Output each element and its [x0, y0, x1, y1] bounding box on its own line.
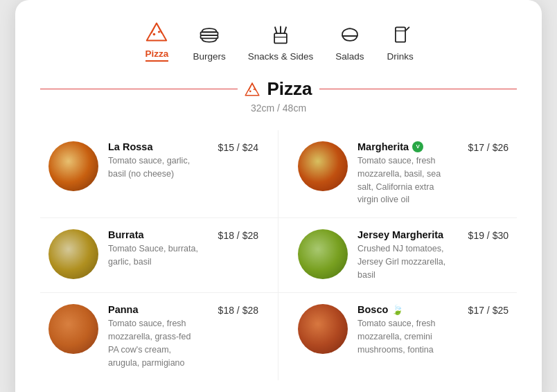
- pizza-image-bosco: [298, 304, 348, 354]
- menu-card: Pizza Burgers: [15, 0, 542, 392]
- nav-snacks[interactable]: Snacks & Sides: [248, 22, 314, 62]
- item-price-margherita: $17 / $26: [468, 141, 509, 153]
- item-name-jersey: Jersey Margherita: [357, 229, 453, 240]
- item-price-la-rossa: $15 / $24: [218, 141, 258, 153]
- pizza-icon: [143, 19, 170, 44]
- section-title: Pizza: [267, 78, 312, 100]
- nav-burgers-label: Burgers: [193, 51, 225, 62]
- nav-salads-label: Salads: [335, 51, 364, 62]
- menu-item-margherita: Margherita V Tomato sauce, fresh mozzare…: [278, 130, 517, 218]
- item-info-margherita: Margherita V Tomato sauce, fresh mozzare…: [357, 141, 453, 206]
- svg-line-10: [284, 27, 286, 33]
- pizza-image-jersey: [298, 229, 348, 279]
- item-info-panna: Panna Tomato sauce, fresh mozzarella, gr…: [108, 304, 203, 369]
- fries-icon: [267, 22, 294, 47]
- pizza-image-panna: [48, 304, 98, 354]
- item-desc-jersey: Crushed NJ tomatoes, Jersey Girl mozzare…: [357, 242, 453, 281]
- nav-drinks[interactable]: Drinks: [387, 22, 414, 62]
- category-nav: Pizza Burgers: [40, 19, 517, 62]
- item-desc-panna: Tomato sauce, fresh mozzarella, grass-fe…: [108, 317, 203, 369]
- drinks-icon: [387, 22, 414, 47]
- burger-icon: [195, 22, 223, 47]
- item-name-panna: Panna: [108, 304, 203, 315]
- svg-line-17: [249, 83, 253, 90]
- section-pizza-icon: [245, 82, 260, 97]
- svg-point-4: [158, 30, 160, 33]
- svg-marker-16: [246, 83, 260, 96]
- svg-rect-7: [274, 33, 287, 43]
- pizza-image-margherita: [298, 141, 348, 191]
- svg-point-19: [249, 90, 251, 92]
- menu-item-jersey-margherita: Jersey Margherita Crushed NJ tomatoes, J…: [278, 218, 517, 293]
- vegan-badge: V: [412, 141, 423, 152]
- svg-marker-0: [147, 24, 166, 41]
- pizza-image-burrata: [48, 229, 98, 279]
- item-info-burrata: Burrata Tomato Sauce, burrata, garlic, b…: [108, 229, 203, 269]
- svg-line-1: [152, 24, 157, 33]
- leaf-icon: 🍃: [391, 304, 403, 315]
- item-price-bosco: $17 / $25: [468, 304, 509, 316]
- svg-rect-6: [201, 35, 218, 38]
- svg-point-3: [153, 33, 156, 36]
- item-name-bosco: Bosco 🍃: [357, 304, 453, 315]
- item-desc-margherita: Tomato sauce, fresh mozzarella, basil, s…: [357, 154, 453, 206]
- left-divider: [40, 89, 238, 90]
- menu-item-la-rossa: La Rossa Tomato sauce, garlic, basil (no…: [40, 130, 278, 218]
- nav-drinks-label: Drinks: [387, 51, 413, 62]
- svg-point-20: [254, 88, 255, 89]
- item-name-la-rossa: La Rossa: [108, 141, 203, 152]
- salad-icon: [336, 22, 364, 47]
- item-price-burrata: $18 / $28: [218, 229, 258, 241]
- item-info-la-rossa: La Rossa Tomato sauce, garlic, basil (no…: [108, 141, 203, 181]
- item-name-margherita: Margherita V: [357, 141, 453, 152]
- item-price-jersey: $19 / $30: [468, 229, 509, 241]
- menu-item-burrata: Burrata Tomato Sauce, burrata, garlic, b…: [40, 218, 278, 293]
- nav-pizza-label: Pizza: [145, 48, 169, 62]
- menu-item-bosco: Bosco 🍃 Tomato sauce, fresh mozzarella, …: [278, 293, 517, 380]
- svg-line-8: [275, 27, 277, 33]
- pizza-image-la-rossa: [48, 141, 98, 191]
- nav-salads[interactable]: Salads: [335, 22, 364, 62]
- item-info-jersey: Jersey Margherita Crushed NJ tomatoes, J…: [357, 229, 453, 281]
- right-divider: [319, 89, 517, 90]
- item-desc-la-rossa: Tomato sauce, garlic, basil (no cheese): [108, 154, 203, 181]
- menu-grid: La Rossa Tomato sauce, garlic, basil (no…: [40, 130, 517, 380]
- nav-snacks-label: Snacks & Sides: [248, 51, 314, 62]
- section-subtitle: 32cm / 48cm: [40, 103, 517, 114]
- nav-pizza[interactable]: Pizza: [143, 19, 170, 62]
- item-desc-burrata: Tomato Sauce, burrata, garlic, basil: [108, 242, 203, 269]
- nav-burgers[interactable]: Burgers: [193, 22, 225, 62]
- item-info-bosco: Bosco 🍃 Tomato sauce, fresh mozzarella, …: [357, 304, 453, 356]
- item-name-burrata: Burrata: [108, 229, 203, 240]
- svg-rect-13: [395, 27, 405, 42]
- menu-item-panna: Panna Tomato sauce, fresh mozzarella, gr…: [40, 293, 278, 380]
- item-price-panna: $18 / $28: [218, 304, 258, 316]
- item-desc-bosco: Tomato sauce, fresh mozzarella, cremini …: [357, 317, 453, 356]
- section-header: Pizza: [40, 78, 517, 100]
